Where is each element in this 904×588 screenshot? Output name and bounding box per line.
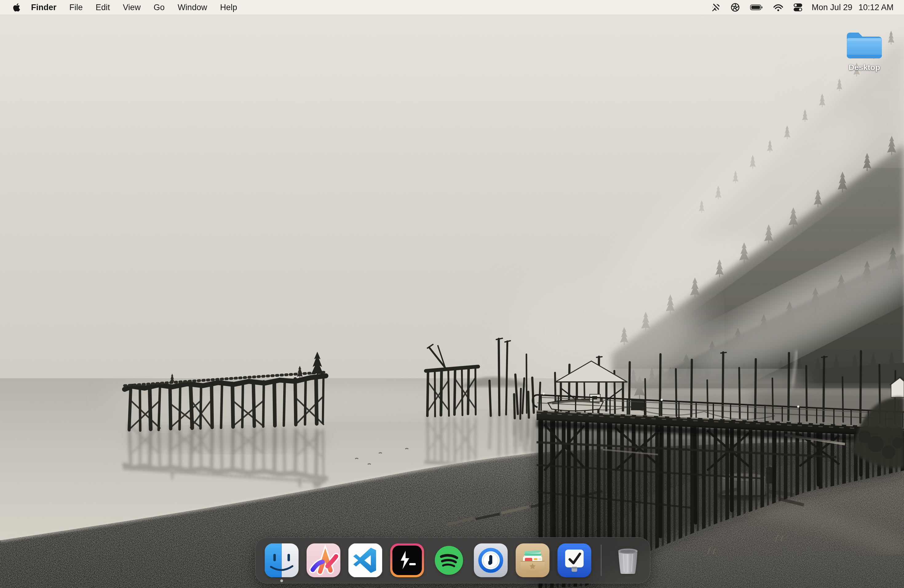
- clock-time: 10:12 AM: [858, 3, 893, 12]
- trash-icon: [611, 544, 645, 577]
- folder-icon: [844, 30, 884, 62]
- dock-item-vscode[interactable]: [348, 544, 382, 577]
- aperture-icon[interactable]: [725, 2, 745, 12]
- screen-capture-selection-icon[interactable]: [706, 2, 725, 12]
- dock-item-1password[interactable]: [474, 544, 508, 577]
- apple-icon: [13, 3, 20, 12]
- dock-item-things[interactable]: [558, 544, 591, 577]
- menu-item-window[interactable]: Window: [171, 3, 214, 12]
- desktop-folder[interactable]: Desktop: [841, 30, 887, 72]
- menu-item-edit[interactable]: Edit: [89, 3, 117, 12]
- dock-separator: [601, 545, 601, 576]
- dock: [255, 537, 650, 583]
- menu-item-view[interactable]: View: [117, 3, 147, 12]
- menu-bar-left: Finder File Edit View Go Window Help: [13, 3, 243, 12]
- dock-item-warp[interactable]: [390, 544, 424, 577]
- running-indicator: [280, 579, 283, 582]
- things-icon: [558, 544, 591, 577]
- apple-menu[interactable]: [13, 3, 20, 12]
- finder-icon: [265, 544, 299, 577]
- dock-item-spotify[interactable]: [432, 544, 466, 577]
- anybox-icon: [516, 544, 550, 577]
- vscode-icon: [348, 544, 382, 577]
- dock-item-arc[interactable]: [307, 544, 340, 577]
- menu-item-finder[interactable]: Finder: [25, 3, 63, 12]
- menu-bar-status: Mon Jul 29 10:12 AM: [706, 2, 893, 12]
- dock-item-anybox[interactable]: [516, 544, 550, 577]
- clock-date: Mon Jul 29: [812, 3, 852, 12]
- dock-item-finder[interactable]: [265, 544, 299, 577]
- menu-item-help[interactable]: Help: [214, 3, 244, 12]
- spotify-icon: [432, 544, 466, 577]
- wifi-icon[interactable]: [768, 3, 789, 12]
- battery-icon[interactable]: [745, 2, 768, 12]
- arc-browser-icon: [307, 544, 340, 577]
- desktop-folder-label: Desktop: [849, 63, 880, 72]
- control-center-icon[interactable]: [789, 2, 808, 12]
- menu-item-file[interactable]: File: [63, 3, 90, 12]
- 1password-icon: [474, 544, 508, 577]
- menu-bar: Finder File Edit View Go Window Help: [0, 0, 904, 15]
- warp-terminal-icon: [390, 544, 424, 577]
- menu-item-go[interactable]: Go: [147, 3, 171, 12]
- menu-bar-clock[interactable]: Mon Jul 29 10:12 AM: [808, 3, 893, 12]
- wallpaper-image: [0, 0, 904, 588]
- dock-item-trash[interactable]: [611, 544, 645, 577]
